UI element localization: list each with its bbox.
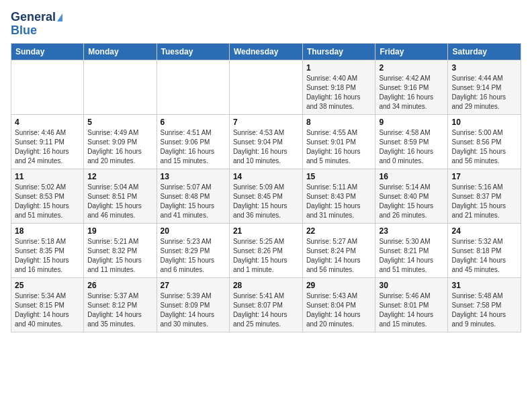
calendar-cell	[84, 60, 157, 114]
day-of-week-header: Friday	[375, 43, 448, 60]
day-number: 20	[161, 226, 226, 236]
day-info: Sunrise: 5:04 AM Sunset: 8:51 PM Dayligh…	[87, 183, 152, 220]
calendar-cell: 8Sunrise: 4:55 AM Sunset: 9:01 PM Daylig…	[302, 114, 375, 169]
calendar-cell: 22Sunrise: 5:27 AM Sunset: 8:24 PM Dayli…	[302, 223, 375, 277]
day-number: 19	[87, 226, 152, 236]
day-info: Sunrise: 5:00 AM Sunset: 8:56 PM Dayligh…	[451, 128, 517, 166]
day-number: 21	[233, 226, 299, 236]
day-info: Sunrise: 4:55 AM Sunset: 9:01 PM Dayligh…	[306, 128, 372, 166]
calendar-cell	[157, 60, 229, 114]
day-info: Sunrise: 5:41 AM Sunset: 8:07 PM Dayligh…	[233, 291, 299, 329]
day-number: 10	[451, 118, 517, 127]
day-number: 13	[161, 172, 226, 181]
day-number: 28	[233, 281, 299, 290]
day-info: Sunrise: 4:40 AM Sunset: 9:18 PM Dayligh…	[306, 74, 372, 111]
day-info: Sunrise: 5:14 AM Sunset: 8:40 PM Dayligh…	[379, 183, 444, 220]
calendar-week-row: 25Sunrise: 5:34 AM Sunset: 8:15 PM Dayli…	[11, 277, 521, 332]
day-info: Sunrise: 4:44 AM Sunset: 9:14 PM Dayligh…	[451, 74, 517, 111]
calendar-header-row: SundayMondayTuesdayWednesdayThursdayFrid…	[11, 43, 521, 60]
day-number: 17	[451, 172, 517, 181]
day-number: 15	[306, 172, 372, 181]
calendar-cell: 11Sunrise: 5:02 AM Sunset: 8:53 PM Dayli…	[11, 169, 84, 223]
calendar-cell: 21Sunrise: 5:25 AM Sunset: 8:26 PM Dayli…	[229, 223, 302, 277]
day-of-week-header: Saturday	[448, 43, 521, 60]
day-number: 9	[379, 118, 444, 127]
calendar-cell: 10Sunrise: 5:00 AM Sunset: 8:56 PM Dayli…	[448, 114, 521, 169]
day-number: 23	[379, 226, 444, 236]
day-info: Sunrise: 5:16 AM Sunset: 8:37 PM Dayligh…	[451, 183, 517, 220]
calendar-cell: 2Sunrise: 4:42 AM Sunset: 9:16 PM Daylig…	[375, 60, 448, 114]
day-number: 5	[87, 118, 152, 127]
calendar-week-row: 4Sunrise: 4:46 AM Sunset: 9:11 PM Daylig…	[11, 114, 521, 169]
day-of-week-header: Monday	[84, 43, 157, 60]
calendar-cell: 20Sunrise: 5:23 AM Sunset: 8:29 PM Dayli…	[157, 223, 229, 277]
day-number: 1	[306, 63, 372, 73]
day-info: Sunrise: 5:34 AM Sunset: 8:15 PM Dayligh…	[15, 291, 80, 329]
calendar-week-row: 1Sunrise: 4:40 AM Sunset: 9:18 PM Daylig…	[11, 60, 521, 114]
day-info: Sunrise: 5:48 AM Sunset: 7:58 PM Dayligh…	[451, 291, 517, 329]
day-number: 30	[379, 281, 444, 290]
day-number: 31	[451, 281, 517, 290]
day-of-week-header: Sunday	[11, 43, 84, 60]
day-info: Sunrise: 4:51 AM Sunset: 9:06 PM Dayligh…	[161, 128, 226, 166]
calendar-cell: 18Sunrise: 5:18 AM Sunset: 8:35 PM Dayli…	[11, 223, 84, 277]
day-info: Sunrise: 5:43 AM Sunset: 8:04 PM Dayligh…	[306, 291, 372, 329]
calendar-cell: 27Sunrise: 5:39 AM Sunset: 8:09 PM Dayli…	[157, 277, 229, 332]
day-info: Sunrise: 5:09 AM Sunset: 8:45 PM Dayligh…	[233, 183, 299, 220]
calendar-cell: 15Sunrise: 5:11 AM Sunset: 8:43 PM Dayli…	[302, 169, 375, 223]
calendar-week-row: 11Sunrise: 5:02 AM Sunset: 8:53 PM Dayli…	[11, 169, 521, 223]
calendar-cell: 7Sunrise: 4:53 AM Sunset: 9:04 PM Daylig…	[229, 114, 302, 169]
day-number: 16	[379, 172, 444, 181]
day-of-week-header: Wednesday	[229, 43, 302, 60]
calendar-cell: 6Sunrise: 4:51 AM Sunset: 9:06 PM Daylig…	[157, 114, 229, 169]
calendar-cell: 30Sunrise: 5:46 AM Sunset: 8:01 PM Dayli…	[375, 277, 448, 332]
calendar-cell: 29Sunrise: 5:43 AM Sunset: 8:04 PM Dayli…	[302, 277, 375, 332]
calendar-week-row: 18Sunrise: 5:18 AM Sunset: 8:35 PM Dayli…	[11, 223, 521, 277]
day-info: Sunrise: 5:02 AM Sunset: 8:53 PM Dayligh…	[15, 183, 80, 220]
day-number: 8	[306, 118, 372, 127]
logo: General Blue	[11, 11, 62, 38]
day-number: 7	[233, 118, 299, 127]
calendar-cell: 24Sunrise: 5:32 AM Sunset: 8:18 PM Dayli…	[448, 223, 521, 277]
calendar-cell: 1Sunrise: 4:40 AM Sunset: 9:18 PM Daylig…	[302, 60, 375, 114]
day-of-week-header: Tuesday	[157, 43, 229, 60]
day-info: Sunrise: 5:37 AM Sunset: 8:12 PM Dayligh…	[87, 291, 152, 329]
calendar-cell: 9Sunrise: 4:58 AM Sunset: 8:59 PM Daylig…	[375, 114, 448, 169]
day-info: Sunrise: 5:27 AM Sunset: 8:24 PM Dayligh…	[306, 237, 372, 275]
day-info: Sunrise: 5:11 AM Sunset: 8:43 PM Dayligh…	[306, 183, 372, 220]
day-info: Sunrise: 5:23 AM Sunset: 8:29 PM Dayligh…	[161, 237, 226, 275]
calendar-cell: 23Sunrise: 5:30 AM Sunset: 8:21 PM Dayli…	[375, 223, 448, 277]
day-number: 12	[87, 172, 152, 181]
logo-text-blue: Blue	[11, 24, 37, 38]
logo-text-general: General	[11, 11, 56, 24]
day-info: Sunrise: 5:46 AM Sunset: 8:01 PM Dayligh…	[379, 291, 444, 329]
calendar-cell: 31Sunrise: 5:48 AM Sunset: 7:58 PM Dayli…	[448, 277, 521, 332]
calendar-cell: 28Sunrise: 5:41 AM Sunset: 8:07 PM Dayli…	[229, 277, 302, 332]
calendar-cell: 19Sunrise: 5:21 AM Sunset: 8:32 PM Dayli…	[84, 223, 157, 277]
calendar-cell: 3Sunrise: 4:44 AM Sunset: 9:14 PM Daylig…	[448, 60, 521, 114]
calendar-table: SundayMondayTuesdayWednesdayThursdayFrid…	[11, 43, 521, 332]
calendar-cell: 4Sunrise: 4:46 AM Sunset: 9:11 PM Daylig…	[11, 114, 84, 169]
calendar-cell: 25Sunrise: 5:34 AM Sunset: 8:15 PM Dayli…	[11, 277, 84, 332]
day-number: 2	[379, 63, 444, 73]
calendar-cell: 17Sunrise: 5:16 AM Sunset: 8:37 PM Dayli…	[448, 169, 521, 223]
day-number: 22	[306, 226, 372, 236]
day-number: 25	[15, 281, 80, 290]
day-info: Sunrise: 5:32 AM Sunset: 8:18 PM Dayligh…	[451, 237, 517, 275]
calendar-cell: 16Sunrise: 5:14 AM Sunset: 8:40 PM Dayli…	[375, 169, 448, 223]
day-info: Sunrise: 4:46 AM Sunset: 9:11 PM Dayligh…	[15, 128, 80, 166]
day-number: 3	[451, 63, 517, 73]
day-number: 18	[15, 226, 80, 236]
day-info: Sunrise: 4:53 AM Sunset: 9:04 PM Dayligh…	[233, 128, 299, 166]
day-number: 27	[161, 281, 226, 290]
day-info: Sunrise: 4:42 AM Sunset: 9:16 PM Dayligh…	[379, 74, 444, 111]
day-number: 14	[233, 172, 299, 181]
day-info: Sunrise: 5:30 AM Sunset: 8:21 PM Dayligh…	[379, 237, 444, 275]
day-number: 11	[15, 172, 80, 181]
day-info: Sunrise: 4:49 AM Sunset: 9:09 PM Dayligh…	[87, 128, 152, 166]
calendar-cell	[11, 60, 84, 114]
calendar-cell: 13Sunrise: 5:07 AM Sunset: 8:48 PM Dayli…	[157, 169, 229, 223]
day-info: Sunrise: 5:18 AM Sunset: 8:35 PM Dayligh…	[15, 237, 80, 275]
day-info: Sunrise: 5:39 AM Sunset: 8:09 PM Dayligh…	[161, 291, 226, 329]
day-number: 29	[306, 281, 372, 290]
